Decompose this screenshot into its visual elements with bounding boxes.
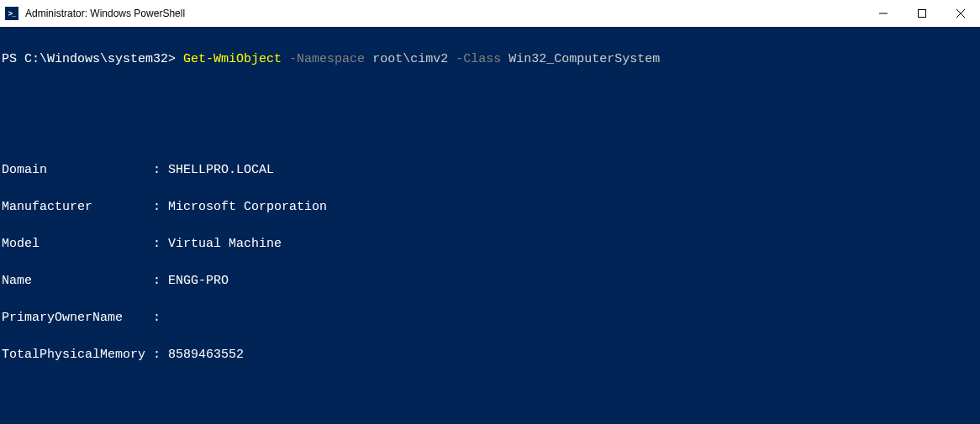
svg-rect-1 — [919, 10, 926, 18]
minimize-button[interactable] — [864, 0, 903, 27]
output-row: TotalPhysicalMemory : 8589463552 — [2, 346, 978, 364]
output-row: Name : ENGG-PRO — [2, 272, 978, 291]
output-row: Domain : SHELLPRO.LOCAL — [2, 161, 978, 180]
property-value: SHELLPRO.LOCAL — [168, 163, 274, 177]
property-value: Virtual Machine — [168, 237, 282, 251]
blank-line — [2, 420, 978, 424]
maximize-button[interactable] — [903, 0, 941, 27]
blank-line — [2, 383, 978, 401]
terminal-area[interactable]: PS C:\Windows\system32> Get-WmiObject -N… — [0, 27, 980, 424]
property-label: Name : — [2, 274, 168, 288]
argument: Win32_ComputerSystem — [508, 52, 660, 66]
output-row: Manufacturer : Microsoft Corporation — [2, 198, 978, 217]
parameter: -Namespace — [289, 52, 365, 66]
property-label: Manufacturer : — [2, 200, 168, 214]
property-label: Domain : — [2, 163, 168, 177]
command-line-1: PS C:\Windows\system32> Get-WmiObject -N… — [2, 50, 978, 69]
window-title: Administrator: Windows PowerShell — [25, 8, 864, 19]
property-label: PrimaryOwnerName : — [2, 311, 168, 325]
property-label: TotalPhysicalMemory : — [2, 348, 168, 362]
window-titlebar: Administrator: Windows PowerShell — [0, 0, 980, 27]
blank-line — [2, 87, 978, 106]
close-button[interactable] — [941, 0, 980, 27]
argument: root\cimv2 — [372, 52, 448, 66]
property-label: Model : — [2, 237, 168, 251]
property-value: Microsoft Corporation — [168, 200, 327, 214]
property-value: ENGG-PRO — [168, 274, 229, 288]
output-row: PrimaryOwnerName : — [2, 309, 978, 327]
prompt: PS C:\Windows\system32> — [2, 52, 176, 66]
cmdlet: Get-WmiObject — [183, 52, 282, 66]
powershell-icon — [5, 7, 18, 20]
window-controls — [864, 0, 980, 27]
blank-line — [2, 124, 978, 143]
output-row: Model : Virtual Machine — [2, 235, 978, 254]
property-value: 8589463552 — [168, 348, 244, 362]
parameter: -Class — [456, 52, 501, 66]
